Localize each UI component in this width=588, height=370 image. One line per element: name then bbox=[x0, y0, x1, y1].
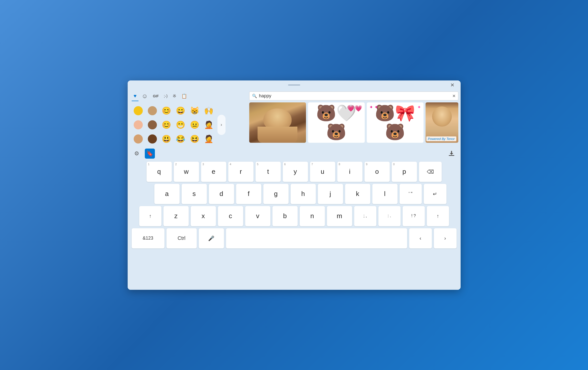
emoji-grid-container: 😊 😄 😸 🙌 😊 😁 😐 🤦 bbox=[132, 104, 245, 146]
key-bang-question[interactable]: ! ? bbox=[403, 206, 425, 226]
key-arrow-right[interactable]: › bbox=[434, 228, 457, 248]
key-w[interactable]: 2 w bbox=[174, 162, 199, 182]
emoji-big-smile[interactable]: 😃 bbox=[160, 132, 173, 146]
key-j[interactable]: j bbox=[318, 184, 343, 204]
key-quote[interactable]: ' " bbox=[400, 184, 422, 204]
scroll-right-button[interactable]: › bbox=[217, 115, 226, 135]
key-backspace[interactable]: ⌫ bbox=[419, 162, 442, 182]
gif-item-child[interactable]: Powered By Tenor bbox=[426, 102, 458, 143]
clipboard-button[interactable]: 🔖 bbox=[145, 149, 155, 159]
emoji-grinning-teeth[interactable]: 😁 bbox=[174, 118, 187, 131]
powered-by-label: Powered By Tenor bbox=[426, 136, 456, 141]
key-b[interactable]: b bbox=[272, 206, 298, 226]
key-mic[interactable]: 🎤 bbox=[199, 228, 224, 248]
gif-results: 🐻🤍🐻 💗💗 🐻🎀🐻 ✦ ✦ ✦ bbox=[249, 102, 458, 145]
key-g[interactable]: g bbox=[263, 184, 289, 204]
key-r[interactable]: 4 r bbox=[228, 162, 254, 182]
key-n[interactable]: n bbox=[300, 206, 325, 226]
emoji-panel: ♥ ☺ GIF ;-) ※ 📋 😊 😄 bbox=[132, 92, 245, 146]
color-swatch-medium-skin[interactable] bbox=[132, 132, 145, 146]
key-shift-left[interactable]: ↑ bbox=[139, 206, 161, 226]
keyboard-row-1: 1 q 2 w 3 e 4 r 5 t 6 y bbox=[132, 162, 457, 182]
key-e[interactable]: 3 e bbox=[201, 162, 226, 182]
gif-item-bears2[interactable]: 🐻🎀🐻 ✦ ✦ ✦ bbox=[367, 102, 424, 143]
tab-emoji[interactable]: ☺ bbox=[139, 92, 150, 101]
tab-clipboard[interactable]: 📋 bbox=[179, 92, 189, 101]
key-k[interactable]: k bbox=[345, 184, 370, 204]
gif-item-baby[interactable] bbox=[249, 102, 306, 143]
key-shift-right[interactable]: ↑ bbox=[427, 206, 449, 226]
key-x[interactable]: x bbox=[191, 206, 216, 226]
tab-gif[interactable]: GIF bbox=[151, 92, 161, 101]
key-period-colon[interactable]: : . bbox=[378, 206, 401, 226]
search-icon: 🔍 bbox=[252, 94, 257, 98]
key-arrow-left[interactable]: ‹ bbox=[409, 228, 432, 248]
key-ctrl[interactable]: Ctrl bbox=[166, 228, 197, 248]
keyboard-row-4: &123 Ctrl 🎤 ‹ › bbox=[132, 228, 457, 248]
key-z[interactable]: z bbox=[163, 206, 189, 226]
emoji-keyboard-window: ✕ ♥ ☺ GIF ;-) ※ 📋 bbox=[128, 80, 461, 290]
download-button[interactable] bbox=[446, 149, 457, 159]
gif-search-bar[interactable]: 🔍 ✕ bbox=[249, 92, 458, 100]
keyboard: 1 q 2 w 3 e 4 r 5 t 6 y bbox=[128, 160, 461, 290]
emoji-rofl[interactable]: 😆 bbox=[188, 132, 201, 146]
bottom-toolbar: ⚙ 🔖 bbox=[128, 148, 461, 160]
key-a[interactable]: a bbox=[154, 184, 180, 204]
tab-bar: ♥ ☺ GIF ;-) ※ 📋 bbox=[132, 92, 245, 102]
close-button[interactable]: ✕ bbox=[449, 81, 457, 89]
emoji-hands-up[interactable]: 🙌 bbox=[202, 104, 215, 117]
key-h[interactable]: h bbox=[291, 184, 316, 204]
key-s[interactable]: s bbox=[182, 184, 207, 204]
key-u[interactable]: 7 u bbox=[310, 162, 335, 182]
emoji-tears-joy[interactable]: 😂 bbox=[174, 132, 187, 146]
gif-search-input[interactable] bbox=[259, 93, 450, 99]
key-d[interactable]: d bbox=[209, 184, 234, 204]
color-swatch-light-brown[interactable] bbox=[146, 104, 159, 117]
tab-favorites[interactable]: ♥ bbox=[132, 92, 139, 101]
emoji-facepalm-dark[interactable]: 🤦 bbox=[202, 132, 215, 146]
tab-symbols[interactable]: ※ bbox=[171, 92, 178, 101]
key-v[interactable]: v bbox=[245, 206, 270, 226]
emoji-neutral[interactable]: 😐 bbox=[188, 118, 201, 131]
title-bar: ✕ bbox=[128, 80, 461, 90]
emoji-grinning-face[interactable]: 😊 bbox=[160, 104, 173, 117]
key-p[interactable]: 0 p bbox=[392, 162, 417, 182]
key-space[interactable] bbox=[226, 228, 407, 248]
gif-panel: 🔍 ✕ 🐻🤍🐻 💗💗 bbox=[249, 92, 458, 145]
color-swatch-light-skin[interactable] bbox=[132, 118, 145, 131]
emoji-grid: 😊 😄 😸 🙌 😊 😁 😐 🤦 bbox=[132, 104, 215, 146]
key-comma-semicolon[interactable]: ; , bbox=[354, 206, 376, 226]
emoji-smile[interactable]: 😊 bbox=[160, 118, 173, 131]
key-num-sym[interactable]: &123 bbox=[132, 228, 164, 248]
tab-kaomoji[interactable]: ;-) bbox=[162, 92, 170, 101]
gif-item-bears1[interactable]: 🐻🤍🐻 💗💗 bbox=[308, 102, 365, 143]
key-i[interactable]: 8 i bbox=[337, 162, 362, 182]
settings-button[interactable]: ⚙ bbox=[132, 149, 142, 159]
emoji-cat-grin[interactable]: 😸 bbox=[188, 104, 201, 117]
keyboard-row-3: ↑ z x c v b n m ; , bbox=[132, 206, 457, 226]
key-l[interactable]: l bbox=[372, 184, 398, 204]
svg-rect-0 bbox=[449, 155, 454, 156]
key-c[interactable]: c bbox=[218, 206, 243, 226]
color-swatch-medium-brown[interactable] bbox=[146, 118, 159, 131]
color-swatch-yellow[interactable] bbox=[132, 104, 145, 117]
key-y[interactable]: 6 y bbox=[283, 162, 308, 182]
search-clear-button[interactable]: ✕ bbox=[452, 94, 456, 98]
emoji-facepalm-light[interactable]: 🤦 bbox=[202, 118, 215, 131]
drag-handle bbox=[288, 84, 300, 86]
top-section: ♥ ☺ GIF ;-) ※ 📋 😊 😄 bbox=[128, 90, 461, 148]
key-m[interactable]: m bbox=[327, 206, 352, 226]
emoji-laughing[interactable]: 😄 bbox=[174, 104, 187, 117]
keyboard-row-2: a s d f g h j k l bbox=[132, 184, 457, 204]
key-q[interactable]: 1 q bbox=[147, 162, 172, 182]
key-f[interactable]: f bbox=[236, 184, 261, 204]
key-o[interactable]: 9 o bbox=[365, 162, 390, 182]
key-enter[interactable]: ↵ bbox=[424, 184, 446, 204]
key-t[interactable]: 5 t bbox=[256, 162, 281, 182]
color-swatch-dark-brown[interactable] bbox=[146, 132, 159, 146]
svg-marker-2 bbox=[450, 153, 453, 155]
